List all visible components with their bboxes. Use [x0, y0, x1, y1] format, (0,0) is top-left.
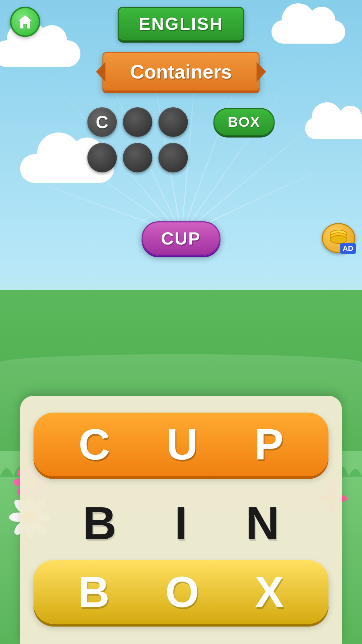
home-button[interactable] [10, 7, 40, 37]
slot-empty-5 [158, 143, 188, 172]
slot-empty-2 [158, 107, 188, 137]
box-letter-b: B [78, 570, 110, 614]
box-badge[interactable]: BOX [213, 108, 275, 136]
language-label: ENGLISH [139, 14, 223, 34]
cup-letter-p: P [254, 423, 284, 466]
slot-empty-3 [87, 143, 117, 172]
slot-empty-4 [123, 143, 152, 172]
header: ENGLISH [0, 0, 362, 48]
avail-letter-n[interactable]: N [245, 500, 279, 547]
box-letter-x: X [255, 570, 284, 614]
available-letters: B I N [34, 493, 328, 560]
ad-label-box: AD [340, 243, 356, 254]
cup-answer-row[interactable]: C U P [34, 413, 328, 476]
word-slots: C BOX [87, 107, 275, 172]
cup-text: CUP [161, 229, 201, 248]
cup-letter-c: C [78, 423, 110, 466]
avail-letter-b[interactable]: B [82, 500, 116, 547]
avail-letter-i[interactable]: I [175, 500, 188, 547]
ad-button[interactable]: AD [322, 223, 355, 253]
game-panel: C U P B I N B O X [20, 396, 342, 644]
language-button[interactable]: ENGLISH [118, 7, 244, 41]
category-label: Containers [130, 61, 232, 83]
coin-stack: AD [322, 223, 355, 253]
banner-ribbon: Containers [103, 52, 260, 91]
slot-empty-1 [123, 107, 152, 137]
word-row-2 [87, 143, 188, 172]
cup-letter-u: U [167, 423, 198, 466]
ad-text: AD [343, 244, 353, 253]
box-badge-label: BOX [228, 114, 260, 130]
slot-c-letter: C [96, 112, 109, 132]
svg-point-31 [330, 235, 347, 244]
word-row-1: C BOX [87, 107, 275, 137]
slot-c: C [87, 107, 117, 137]
category-banner: Containers [103, 52, 260, 91]
box-letter-o: O [165, 570, 199, 614]
cup-floating-label[interactable]: CUP [142, 221, 221, 256]
box-answer-row[interactable]: B O X [34, 560, 328, 624]
home-icon [17, 13, 34, 30]
